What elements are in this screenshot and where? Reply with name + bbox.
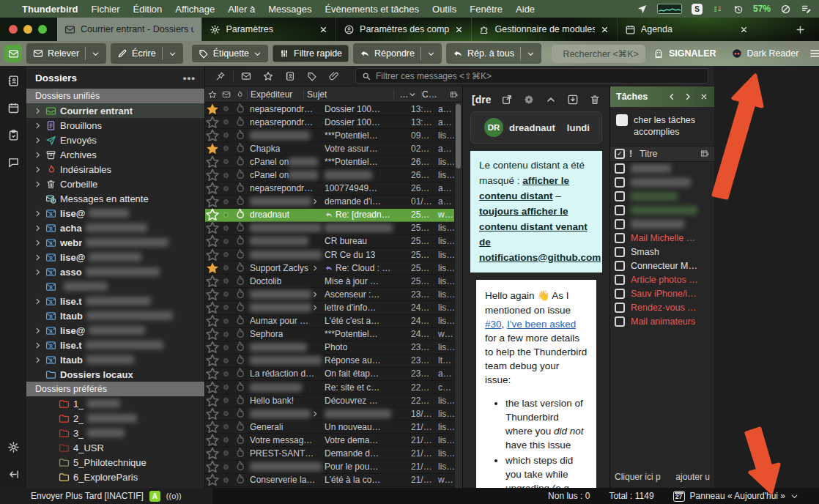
thread-row[interactable]: cPanel on26…lis… (205, 168, 462, 182)
column-sender[interactable]: Expéditeur (248, 89, 303, 100)
star-cell[interactable] (205, 420, 220, 434)
column-picker-button[interactable] (446, 90, 462, 99)
column-watched[interactable] (220, 90, 232, 99)
star-cell[interactable] (205, 168, 220, 182)
thread-row[interactable]: 18/…lis… (205, 407, 462, 420)
column-star[interactable] (205, 90, 220, 99)
favorite-folder-row[interactable]: 2_ (26, 411, 204, 426)
chevron-down-icon[interactable] (92, 50, 100, 58)
address-book-space-icon[interactable] (7, 75, 20, 87)
star-cell[interactable] (205, 115, 220, 130)
junk-cell[interactable] (232, 194, 247, 209)
star-cell[interactable] (205, 446, 220, 461)
expand-chevron-icon[interactable] (34, 136, 42, 144)
thread-chevron-icon[interactable] (311, 304, 319, 311)
star-cell[interactable] (205, 181, 220, 196)
junk-cell[interactable] (232, 472, 247, 487)
thread-row[interactable]: Réponse au…23…lt… (205, 355, 462, 368)
task-column-picker-icon[interactable] (700, 149, 710, 158)
thread-row[interactable]: Pour le pou…21/…lis… (205, 461, 462, 474)
menu--v-nements-et-t-ches[interactable]: Évènements et tâches (325, 4, 419, 15)
column-date[interactable]: … (394, 89, 421, 100)
read-indicator-icon[interactable] (223, 411, 229, 416)
app-menu[interactable]: Thunderbird (22, 4, 78, 15)
junk-cell[interactable] (232, 207, 247, 222)
column-priority[interactable]: ! (629, 149, 635, 159)
task-checkbox[interactable] (615, 233, 625, 243)
get-messages-button[interactable]: Relever (26, 43, 106, 64)
expand-chevron-icon[interactable] (34, 224, 42, 232)
task-row[interactable]: Sauv iPhone/i… (610, 287, 714, 301)
star-cell[interactable] (205, 207, 220, 222)
show-completed-tasks[interactable]: cher les tâches accomplies (610, 107, 714, 146)
folder-pane-options-button[interactable]: ••• (183, 73, 196, 84)
junk-cell[interactable] (232, 261, 247, 275)
always-show-remote-content-link[interactable]: toujours afficher le contenu distant ven… (479, 206, 601, 263)
read-indicator-icon[interactable] (223, 173, 229, 178)
close-tab-icon[interactable] (739, 25, 749, 34)
task-row[interactable] (610, 162, 714, 176)
column-junk[interactable] (232, 90, 247, 99)
next-day-icon[interactable] (683, 92, 692, 101)
open-in-new-icon[interactable] (501, 94, 513, 105)
thread-row[interactable]: nepasrepondr…100774949…26…a… (205, 182, 462, 196)
junk-cell[interactable] (232, 128, 247, 143)
task-row[interactable]: Mail animateurs (610, 315, 714, 329)
show-completed-checkbox[interactable] (616, 114, 628, 126)
thread-row[interactable]: nepasrepondr…Dossier 100…13:…a… (205, 103, 462, 116)
body-link[interactable]: #30 (485, 319, 502, 330)
new-tab-button[interactable] (782, 18, 819, 41)
star-cell[interactable] (205, 300, 220, 315)
account-row[interactable]: lise.t (26, 338, 204, 352)
body-link[interactable]: I've been asked (507, 319, 576, 330)
read-indicator-icon[interactable] (223, 437, 229, 442)
expand-chevron-icon[interactable] (34, 107, 42, 115)
minimize-window-button[interactable] (23, 25, 32, 34)
read-indicator-icon[interactable] (223, 464, 229, 470)
expand-chevron-icon[interactable] (34, 253, 42, 262)
s-menu-icon[interactable]: S (692, 4, 703, 15)
read-indicator-icon[interactable] (223, 133, 229, 138)
tab-parametres-comptes[interactable]: Paramètres des comptes (336, 18, 471, 41)
thread-row[interactable]: PREST-SANT…Demande d…21/…lis… (205, 447, 462, 460)
expand-chevron-icon[interactable] (34, 166, 42, 174)
favorite-folder-row[interactable]: 3_ (26, 426, 204, 440)
star-cell[interactable] (205, 393, 220, 408)
close-tab-icon[interactable] (319, 25, 328, 34)
stats-bars-icon[interactable] (712, 4, 723, 15)
close-tab-icon[interactable] (600, 25, 609, 34)
junk-cell[interactable] (232, 446, 247, 461)
thread-row[interactable]: CR Ce du 1325…lis… (205, 248, 462, 262)
zoom-window-button[interactable] (38, 25, 47, 34)
filter-pinned-button[interactable] (211, 71, 230, 81)
thread-row[interactable]: 25…lis… (205, 222, 462, 235)
sender-avatar[interactable]: DR (484, 118, 503, 137)
close-window-button[interactable] (9, 25, 18, 34)
calendar-space-icon[interactable] (7, 102, 20, 114)
tab-agenda[interactable]: Agenda (617, 18, 782, 41)
read-indicator-icon[interactable] (223, 239, 229, 244)
read-indicator-icon[interactable] (223, 424, 229, 429)
tasks-space-icon[interactable] (7, 129, 20, 141)
filter-tag-button[interactable] (303, 71, 322, 81)
signaler-button[interactable]: SIGNALER (650, 48, 719, 59)
expand-chevron-icon[interactable] (34, 268, 42, 276)
read-indicator-icon[interactable] (223, 159, 229, 164)
junk-cell[interactable] (232, 327, 247, 341)
junk-cell[interactable] (232, 353, 247, 368)
filter-starred-button[interactable] (259, 71, 278, 81)
reply-all-button[interactable]: Rép. à tous (446, 43, 541, 64)
dark-reader-button[interactable]: Dark Reader (728, 48, 802, 59)
read-indicator-icon[interactable] (223, 265, 229, 270)
menu--dition[interactable]: Édition (133, 4, 163, 15)
star-cell[interactable] (205, 340, 220, 355)
favorite-folder-row[interactable]: 1_ (26, 396, 204, 411)
thread-row[interactable]: ***Potentiel…09…lis… (205, 129, 462, 142)
folder-row[interactable]: Corbeille (26, 177, 204, 191)
thread-row[interactable]: Support ZaclysRe: Cloud : …25…lis… (205, 262, 462, 275)
favorite-folder-row[interactable]: 6_ExploreParis (26, 470, 204, 484)
account-row[interactable]: ltaub (26, 352, 204, 367)
thread-row[interactable]: GeneraliUn nouveau…21/…lis… (205, 420, 462, 434)
account-row[interactable]: lise@ (26, 206, 204, 220)
quick-filter-input[interactable]: Filtrer ces messages <⇧⌘K> (355, 68, 708, 84)
